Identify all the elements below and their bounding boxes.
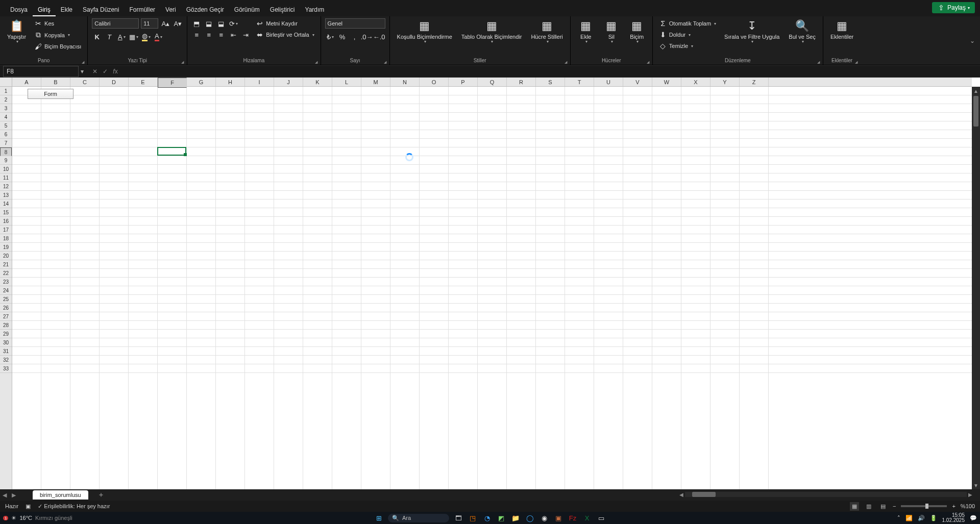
decrease-font-button[interactable]: A▾ [173, 18, 183, 29]
row-headers[interactable]: 1234567891011121314151617181920212223242… [0, 87, 12, 489]
tab-home[interactable]: Giriş [33, 3, 56, 16]
row-header-14[interactable]: 14 [0, 199, 12, 208]
tab-formulas[interactable]: Formüller [124, 3, 160, 16]
row-header-3[interactable]: 3 [0, 104, 12, 113]
paste-button[interactable]: 📋 Yapıştır [4, 18, 29, 45]
collapse-ribbon-button[interactable]: ⌄ [970, 37, 975, 44]
column-header-J[interactable]: J [274, 78, 303, 86]
accessibility-status[interactable]: ✓ Erişilebilirlik: Her şey hazır [38, 503, 110, 510]
vscroll-thumb[interactable] [973, 96, 978, 127]
row-header-19[interactable]: 19 [0, 243, 12, 252]
copy-button[interactable]: ⧉ Kopyala [32, 30, 83, 40]
tab-layout[interactable]: Sayfa Düzeni [78, 3, 124, 16]
taskbar-app-1[interactable]: 🗔 [453, 513, 463, 523]
fill-color-button[interactable]: ◍ [141, 32, 151, 42]
merge-center-button[interactable]: ⬌ Birleştir ve Ortala [254, 30, 316, 40]
row-header-8[interactable]: 8 [0, 147, 12, 156]
sort-filter-button[interactable]: ↧ Sırala ve Filtre Uygula [721, 18, 782, 45]
row-header-29[interactable]: 29 [0, 330, 12, 338]
row-header-10[interactable]: 10 [0, 165, 12, 173]
column-header-B[interactable]: B [41, 78, 70, 86]
font-color-button[interactable]: A [153, 32, 163, 42]
row-header-32[interactable]: 32 [0, 356, 12, 364]
number-format-select[interactable] [325, 18, 385, 29]
taskbar-weather[interactable]: 1 ☀ 16°C Kırmızı güneşli [3, 515, 72, 521]
orientation-button[interactable]: ⟳ [228, 18, 238, 29]
indent-decrease-button[interactable]: ⇤ [228, 30, 238, 40]
hscroll-thumb[interactable] [692, 492, 716, 497]
column-header-S[interactable]: S [536, 78, 565, 86]
sheet-nav-prev[interactable]: ◀ [0, 492, 9, 498]
column-header-I[interactable]: I [245, 78, 274, 86]
find-select-button[interactable]: 🔍 Bul ve Seç [786, 18, 819, 45]
taskbar-app-4[interactable]: ◩ [496, 513, 506, 523]
row-header-13[interactable]: 13 [0, 191, 12, 199]
tray-volume-icon[interactable]: 🔊 [918, 515, 925, 521]
column-header-F[interactable]: F [158, 78, 187, 88]
column-header-R[interactable]: R [507, 78, 536, 86]
zoom-in-button[interactable]: + [952, 503, 955, 509]
column-header-M[interactable]: M [361, 78, 390, 86]
conditional-format-button[interactable]: ▦ Koşullu Biçimlendirme [394, 18, 455, 45]
delete-cells-button[interactable]: ▦ Sil [600, 18, 623, 45]
comma-button[interactable]: , [350, 32, 360, 42]
column-header-C[interactable]: C [70, 78, 100, 86]
row-header-18[interactable]: 18 [0, 234, 12, 243]
row-header-27[interactable]: 27 [0, 312, 12, 321]
view-page-break-button[interactable]: ▤ [878, 502, 888, 511]
taskbar-clock[interactable]: 15:05 1.02.2025 [942, 513, 965, 523]
font-size-select[interactable] [141, 18, 158, 29]
row-header-9[interactable]: 9 [0, 156, 12, 165]
addins-button[interactable]: ▦ Eklentiler [827, 18, 856, 41]
sheet-tab-active[interactable]: birim_sorumlusu [33, 490, 88, 500]
align-bottom-button[interactable]: ⬓ [216, 18, 226, 29]
tray-notifications-icon[interactable]: 💬 [970, 515, 977, 521]
column-header-N[interactable]: N [390, 78, 420, 86]
taskbar-edge[interactable]: ◯ [525, 513, 535, 523]
insert-cells-button[interactable]: ▦ Ekle [575, 18, 597, 45]
zoom-slider[interactable] [901, 505, 947, 507]
select-all-corner[interactable] [0, 78, 12, 87]
row-header-7[interactable]: 7 [0, 139, 12, 147]
wrap-text-button[interactable]: ↩ Metni Kaydır [254, 18, 316, 29]
column-header-V[interactable]: V [623, 78, 652, 86]
macro-record-icon[interactable]: ▣ [26, 503, 31, 510]
indent-increase-button[interactable]: ⇥ [240, 30, 251, 40]
sheet-nav-next[interactable]: ▶ [9, 492, 18, 498]
row-header-2[interactable]: 2 [0, 95, 12, 104]
name-box[interactable] [3, 66, 79, 77]
row-header-5[interactable]: 5 [0, 121, 12, 130]
form-button[interactable]: Form [28, 89, 74, 99]
row-header-1[interactable]: 1 [0, 87, 12, 95]
tab-help[interactable]: Yardım [300, 3, 330, 16]
taskbar-filezilla[interactable]: Fz [568, 513, 578, 523]
tray-chevron[interactable]: ˄ [897, 515, 900, 521]
italic-button[interactable]: T [104, 32, 114, 42]
scroll-down-button[interactable]: ▼ [972, 481, 980, 489]
row-header-6[interactable]: 6 [0, 130, 12, 139]
borders-button[interactable]: ▦ [129, 32, 139, 42]
column-header-K[interactable]: K [303, 78, 332, 86]
clear-button[interactable]: ◇ Temizle [657, 41, 718, 51]
column-header-T[interactable]: T [565, 78, 594, 86]
column-header-Z[interactable]: Z [740, 78, 769, 86]
spreadsheet-grid[interactable]: ABCDEFGHIJKLMNOPQRSTUVWXYZ 1234567891011… [0, 78, 980, 489]
row-header-25[interactable]: 25 [0, 295, 12, 304]
row-header-17[interactable]: 17 [0, 226, 12, 234]
align-middle-button[interactable]: ⬓ [204, 18, 214, 29]
tab-view[interactable]: Görünüm [229, 3, 265, 16]
align-left-button[interactable]: ≡ [191, 30, 202, 40]
fill-button[interactable]: ⬇ Doldur [657, 30, 718, 40]
row-header-16[interactable]: 16 [0, 217, 12, 226]
column-header-E[interactable]: E [129, 78, 158, 86]
add-sheet-button[interactable]: ＋ [97, 490, 105, 500]
view-page-layout-button[interactable]: ▥ [864, 502, 873, 511]
column-header-P[interactable]: P [449, 78, 478, 86]
accept-formula-button[interactable]: ✓ [100, 68, 110, 75]
name-box-dropdown[interactable]: ▾ [79, 68, 86, 75]
taskbar-excel[interactable]: X [582, 513, 592, 523]
column-header-W[interactable]: W [652, 78, 681, 86]
view-normal-button[interactable]: ▦ [850, 502, 859, 511]
fx-button[interactable]: fx [110, 68, 120, 75]
row-header-22[interactable]: 22 [0, 269, 12, 278]
